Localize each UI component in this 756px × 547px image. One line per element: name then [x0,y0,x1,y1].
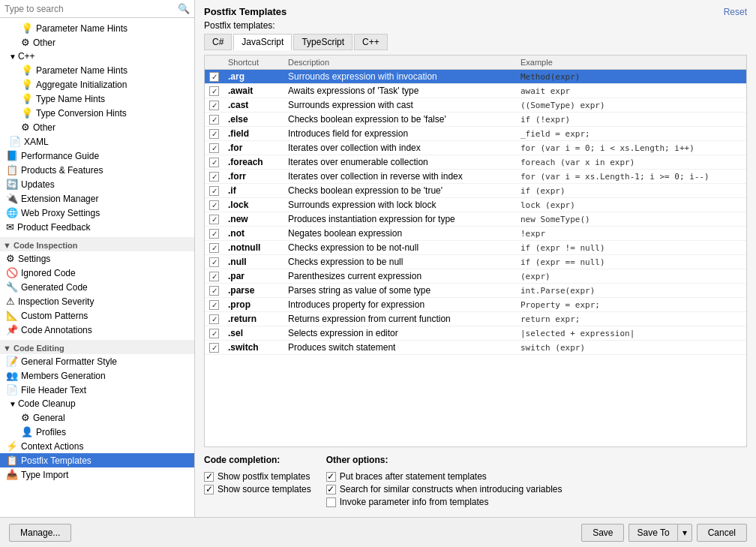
row-checkbox-6[interactable]: ✓ [209,158,219,167]
sidebar-item-cpp-param[interactable]: 💡Parameter Name Hints [0,63,194,77]
row-checkbox-16[interactable]: ✓ [209,300,219,310]
table-row[interactable]: ✓.propIntroduces property for expression… [205,298,746,312]
manage-button[interactable]: Manage... [9,524,71,542]
sidebar-item-products[interactable]: 📋Products & Features [0,163,194,177]
search-input[interactable] [4,4,178,14]
save-button[interactable]: Save [581,524,624,542]
row-checkbox-15[interactable]: ✓ [209,286,219,296]
row-checkbox-18[interactable]: ✓ [209,329,219,338]
save-to-button[interactable]: Save To [628,524,676,542]
row-checkbox-8[interactable]: ✓ [209,186,219,196]
sidebar-item-perf-guide[interactable]: 📘Performance Guide [0,149,194,163]
sidebar-item-code-editing-header[interactable]: ▼ Code Editing [0,340,194,354]
sidebar-item-cpp-typeconv[interactable]: 💡Type Conversion Hints [0,106,194,120]
completion-option-show-source[interactable]: ✓Show source templates [204,484,311,494]
sidebar-item-code-inspection-header[interactable]: ▼ Code Inspection [0,237,194,251]
table-row[interactable]: ✓.awaitAwaits expressions of 'Task' type… [205,84,746,98]
other-options-title: Other options: [326,455,562,465]
row-checkbox-10[interactable]: ✓ [209,215,219,224]
sidebar-item-ce-cleanup-header[interactable]: ▼ Code Cleanup [0,397,194,410]
table-row[interactable]: ✓.switchProduces switch statementswitch … [205,341,746,355]
table-row[interactable]: ✓.selSelects expression in editor|select… [205,326,746,341]
table-row[interactable]: ✓.returnReturns expression from current … [205,312,746,326]
table-row[interactable]: ✓.notnullChecks expression to be not-nul… [205,241,746,255]
other-checkbox-search-similar[interactable]: ✓ [326,485,336,494]
sidebar-item-ci-ignored[interactable]: 🚫Ignored Code [0,266,194,280]
sidebar-item-cpp-header[interactable]: ▼ C++ [0,50,194,63]
table-row[interactable]: ✓.nullChecks expression to be nullif (ex… [205,255,746,269]
other-option-search-similar[interactable]: ✓Search for similar constructs when intr… [326,484,562,494]
table-row[interactable]: ✓.forrIterates over collection in revers… [205,170,746,184]
sidebar-item-other-1[interactable]: ⚙Other [0,35,194,50]
option-checkbox-show-postfix[interactable]: ✓ [204,472,214,482]
table-row[interactable]: ✓.lockSurrounds expression with lock blo… [205,198,746,212]
tab-typescript[interactable]: TypeScript [293,34,352,50]
completion-option-show-postfix[interactable]: ✓Show postfix templates [204,471,311,482]
save-to-arrow-button[interactable]: ▾ [677,524,692,542]
sidebar-item-ext-manager[interactable]: 🔌Extension Manager [0,191,194,206]
sidebar-item-ce-fileheader[interactable]: 📄File Header Text [0,383,194,397]
table-row[interactable]: ✓.argSurrounds expression with invocatio… [205,70,746,84]
cancel-button[interactable]: Cancel [697,524,747,542]
sidebar-item-ce-typeimport[interactable]: 📥Type Import [0,467,194,482]
row-checkbox-5[interactable]: ✓ [209,143,219,153]
icon-ce-general: ⚙ [21,412,30,423]
reset-link[interactable]: Reset [724,7,747,17]
tab-csharp[interactable]: C# [204,34,232,50]
sidebar-item-ce-formatter[interactable]: 📝General Formatter Style [0,354,194,368]
table-row[interactable]: ✓.notNegates boolean expression!expr [205,227,746,241]
other-checkbox-braces[interactable]: ✓ [326,472,336,482]
sidebar-item-ce-members[interactable]: 👥Members Generation [0,368,194,383]
row-checkbox-3[interactable]: ✓ [209,115,219,125]
sidebar-item-ce-profiles[interactable]: 👤Profiles [0,425,194,439]
sidebar-item-ci-annotations[interactable]: 📌Code Annotations [0,323,194,337]
row-checkbox-7[interactable]: ✓ [209,172,219,182]
row-checkbox-12[interactable]: ✓ [209,243,219,253]
table-row[interactable]: ✓.parseParses string as value of some ty… [205,284,746,298]
table-row[interactable]: ✓.parParenthesizes current expression(ex… [205,269,746,284]
row-checkbox-1[interactable]: ✓ [209,86,219,96]
table-row[interactable]: ✓.newProduces instantiation expression f… [205,212,746,227]
sidebar-item-ci-generated[interactable]: 🔧Generated Code [0,280,194,294]
sidebar-item-cpp-aggregate[interactable]: 💡Aggregate Initialization [0,77,194,92]
option-checkbox-show-source[interactable]: ✓ [204,485,214,494]
sidebar-item-ci-patterns[interactable]: 📐Custom Patterns [0,308,194,323]
table-row[interactable]: ✓.fieldIntroduces field for expression_f… [205,127,746,141]
label-cpp-typename: Type Name Hints [36,94,105,104]
table-row[interactable]: ✓.castSurrounds expression with cast((So… [205,98,746,113]
row-checkbox-9[interactable]: ✓ [209,200,219,210]
sidebar-item-ci-settings[interactable]: ⚙Settings [0,251,194,266]
row-checkbox-17[interactable]: ✓ [209,314,219,324]
row-checkbox-4[interactable]: ✓ [209,129,219,139]
row-checkbox-19[interactable]: ✓ [209,343,219,353]
row-checkbox-2[interactable]: ✓ [209,101,219,110]
other-option-invoke-param[interactable]: Invoke parameter info from templates [326,497,562,507]
sidebar-item-parameter-name-hints-1[interactable]: 💡Parameter Name Hints [0,21,194,35]
row-checkbox-14[interactable]: ✓ [209,272,219,281]
table-row[interactable]: ✓.throwThrows expression of 'Exception' … [205,355,746,356]
sidebar-item-ce-context[interactable]: ⚡Context Actions [0,439,194,453]
sidebar-item-product-feedback[interactable]: ✉Product Feedback [0,220,194,234]
sidebar-item-ce-postfix[interactable]: 📋Postfix Templates [0,453,194,467]
sidebar-item-updates[interactable]: 🔄Updates [0,177,194,191]
tab-javascript[interactable]: JavaScript [233,34,292,50]
sidebar-item-web-proxy[interactable]: 🌐Web Proxy Settings [0,206,194,220]
label-ci-settings: Settings [18,254,50,264]
other-option-braces[interactable]: ✓Put braces after statement templates [326,471,562,482]
table-row[interactable]: ✓.elseChecks boolean expression to be 'f… [205,113,746,127]
footer-right: Save Save To ▾ Cancel [581,524,747,542]
table-row[interactable]: ✓.ifChecks boolean expression to be 'tru… [205,184,746,198]
table-row[interactable]: ✓.foreachIterates over enumerable collec… [205,155,746,170]
tab-cpp[interactable]: C++ [354,34,388,50]
table-row[interactable]: ✓.forIterates over collection with index… [205,141,746,155]
other-checkbox-invoke-param[interactable] [326,497,336,507]
sidebar-item-ci-severity[interactable]: ⚠Inspection Severity [0,294,194,308]
row-checkbox-11[interactable]: ✓ [209,229,219,239]
table-scroll[interactable]: Shortcut Description Example ✓.argSurrou… [205,56,746,356]
sidebar-item-cpp-other[interactable]: ⚙Other [0,120,194,134]
sidebar-item-cpp-typename[interactable]: 💡Type Name Hints [0,92,194,106]
row-checkbox-13[interactable]: ✓ [209,257,219,267]
row-checkbox-0[interactable]: ✓ [209,72,219,82]
sidebar-item-xaml[interactable]: 📄XAML [0,134,194,149]
sidebar-item-ce-general[interactable]: ⚙General [0,410,194,425]
